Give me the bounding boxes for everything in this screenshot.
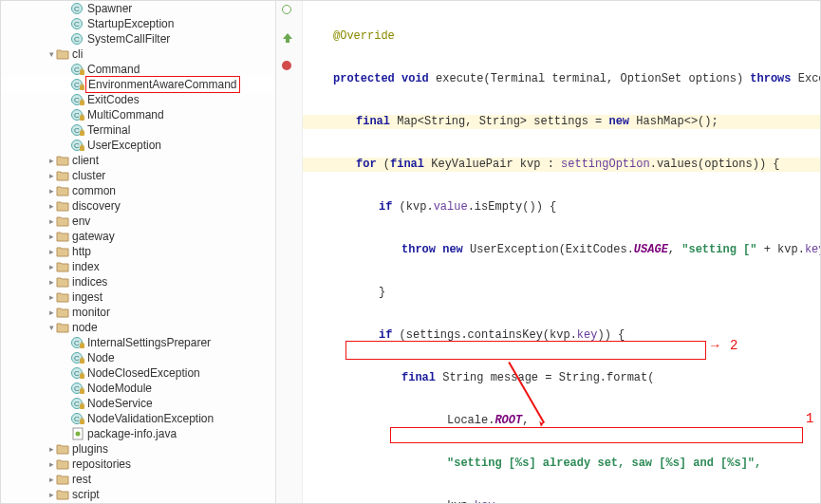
t: if — [379, 328, 400, 342]
code-area[interactable]: @Override protected void execute(Termina… — [303, 1, 820, 503]
tree-item-label: Spawner — [87, 1, 132, 16]
tree-item-index[interactable]: ▸index — [1, 259, 275, 274]
tree-item-label: Command — [87, 62, 140, 77]
tree-item-systemcallfilter[interactable]: ▸CSystemCallFilter — [1, 31, 275, 47]
tree-item-nodevalidationexception[interactable]: ▸CNodeValidationException — [1, 411, 275, 426]
tree-item-label: gateway — [72, 229, 115, 244]
tree-item-plugins[interactable]: ▸plugins — [1, 441, 275, 457]
tree-item-package-info-java[interactable]: ▸package-info.java — [1, 426, 275, 441]
override-marker-icon[interactable] — [282, 5, 291, 14]
tree-item-nodeclosedexception[interactable]: ▸CNodeClosedException — [1, 365, 275, 381]
caret-icon[interactable]: ▸ — [47, 457, 56, 472]
tree-item-common[interactable]: ▸common — [1, 183, 275, 198]
folder-icon — [56, 290, 69, 304]
annotation-box-2 — [345, 341, 706, 360]
tree-item-terminal[interactable]: ▸CTerminal — [1, 122, 275, 138]
caret-icon[interactable]: ▸ — [47, 487, 56, 502]
tree-item-script[interactable]: ▸script — [1, 487, 275, 502]
method-override-icon[interactable] — [282, 32, 293, 42]
t: "setting [%s] already set, saw [%s] and … — [447, 457, 761, 470]
tree-item-node[interactable]: ▸CNode — [1, 350, 275, 365]
tree-item-cluster[interactable]: ▸cluster — [1, 168, 275, 183]
class-icon: C — [71, 397, 84, 410]
ide-window: ▸CSpawner▸CStartupException▸CSystemCallF… — [0, 0, 821, 504]
tree-item-command[interactable]: ▸CCommand — [1, 62, 275, 77]
project-tree[interactable]: ▸CSpawner▸CStartupException▸CSystemCallF… — [1, 1, 276, 503]
tree-item-label: script — [72, 487, 100, 502]
t: key — [805, 243, 820, 256]
tree-item-indices[interactable]: ▸indices — [1, 274, 275, 289]
class-icon: C — [71, 366, 84, 380]
tree-item-client[interactable]: ▸client — [1, 153, 275, 168]
tree-item-spawner[interactable]: ▸CSpawner — [1, 1, 275, 16]
tree-item-label: env — [72, 214, 90, 229]
tree-item-label: cli — [72, 47, 83, 62]
t: ( — [383, 158, 390, 171]
t: key — [475, 499, 495, 503]
tree-item-label: client — [72, 153, 99, 168]
t: KeyValuePair kvp : — [431, 158, 561, 171]
tree-item-rest[interactable]: ▸rest — [1, 472, 275, 487]
tree-item-monitor[interactable]: ▸monitor — [1, 305, 275, 320]
caret-icon[interactable]: ▸ — [47, 472, 56, 487]
caret-icon[interactable]: ▸ — [47, 259, 56, 274]
tree-item-label: ExitCodes — [87, 92, 140, 107]
tree-item-multicommand[interactable]: ▸CMultiCommand — [1, 107, 275, 122]
tree-item-repositories[interactable]: ▸repositories — [1, 457, 275, 472]
t: (settings.containsKey(kvp. — [400, 328, 577, 342]
caret-icon[interactable]: ▸ — [47, 229, 56, 244]
caret-icon[interactable]: ▾ — [47, 320, 56, 335]
class-icon: C — [71, 123, 84, 137]
class-icon: C — [71, 336, 84, 349]
folder-icon — [56, 260, 69, 273]
t: protected void — [333, 72, 436, 85]
folder-icon — [56, 184, 69, 197]
t: } — [379, 286, 385, 299]
caret-icon[interactable]: ▸ — [47, 183, 56, 198]
caret-icon[interactable]: ▸ — [47, 289, 56, 305]
caret-icon[interactable]: ▸ — [47, 214, 56, 229]
folder-icon — [56, 199, 69, 213]
tree-item-userexception[interactable]: ▸CUserException — [1, 138, 275, 153]
tree-item-label: index — [72, 259, 100, 274]
tree-item-cli[interactable]: ▾cli — [1, 47, 275, 62]
folder-icon — [56, 47, 69, 61]
caret-icon[interactable]: ▸ — [47, 198, 56, 214]
caret-icon[interactable]: ▸ — [47, 244, 56, 259]
tree-item-label: NodeService — [87, 396, 153, 411]
t: (kvp. — [400, 200, 434, 214]
caret-icon[interactable]: ▸ — [47, 153, 56, 168]
tree-item-nodemodule[interactable]: ▸CNodeModule — [1, 381, 275, 396]
tree-item-startupexception[interactable]: ▸CStartupException — [1, 16, 275, 31]
tree-item-label: monitor — [72, 305, 110, 320]
code-editor[interactable]: @Override protected void execute(Termina… — [276, 1, 820, 503]
tree-item-label: Terminal — [87, 122, 130, 138]
breakpoint-icon[interactable] — [282, 61, 291, 70]
t: , — [494, 499, 501, 503]
caret-icon[interactable]: ▸ — [47, 168, 56, 183]
folder-icon — [56, 275, 69, 289]
tree-item-exitcodes[interactable]: ▸CExitCodes — [1, 92, 275, 107]
tree-item-node[interactable]: ▾node — [1, 320, 275, 335]
tree-item-environmentawarecommand[interactable]: ▸CEnvironmentAwareCommand — [1, 77, 275, 92]
svg-text:C: C — [74, 415, 80, 423]
folder-icon — [56, 215, 69, 228]
tree-item-label: NodeValidationException — [87, 411, 214, 426]
tree-item-discovery[interactable]: ▸discovery — [1, 198, 275, 214]
tree-item-label: package-info.java — [87, 426, 177, 441]
folder-icon — [56, 321, 69, 334]
tree-item-ingest[interactable]: ▸ingest — [1, 289, 275, 305]
caret-icon[interactable]: ▸ — [47, 274, 56, 289]
tree-item-nodeservice[interactable]: ▸CNodeService — [1, 396, 275, 411]
tree-item-env[interactable]: ▸env — [1, 214, 275, 229]
tree-item-http[interactable]: ▸http — [1, 244, 275, 259]
tree-item-internalsettingspreparer[interactable]: ▸CInternalSettingsPreparer — [1, 335, 275, 350]
caret-icon[interactable]: ▾ — [47, 47, 56, 62]
t: value — [434, 200, 468, 214]
folder-icon — [56, 488, 69, 501]
tree-item-gateway[interactable]: ▸gateway — [1, 229, 275, 244]
tree-item-label: NodeModule — [87, 381, 152, 396]
tree-item-label: Node — [87, 350, 115, 365]
caret-icon[interactable]: ▸ — [47, 441, 56, 457]
caret-icon[interactable]: ▸ — [47, 305, 56, 320]
